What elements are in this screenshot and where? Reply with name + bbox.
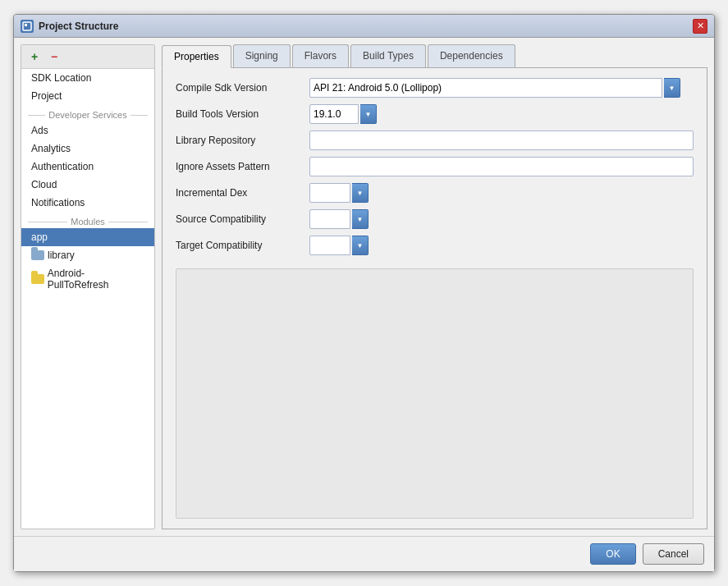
tab-dependencies[interactable]: Dependencies — [428, 44, 515, 67]
source-compat-control: ▼ — [309, 209, 369, 229]
ignore-assets-label: Ignore Assets Pattern — [176, 161, 303, 172]
build-tools-control: ▼ — [309, 104, 377, 124]
compile-sdk-control: ▼ — [309, 78, 680, 98]
ok-button[interactable]: OK — [590, 543, 635, 565]
sidebar-item-android-pull[interactable]: Android-PullToRefresh — [21, 264, 154, 294]
svg-rect-1 — [25, 24, 27, 26]
remove-module-button[interactable]: − — [46, 48, 62, 65]
title-bar: Project Structure ✕ — [14, 15, 714, 38]
compile-sdk-label: Compile Sdk Version — [176, 82, 303, 94]
tab-signing[interactable]: Signing — [233, 44, 291, 67]
ignore-assets-row: Ignore Assets Pattern — [176, 157, 694, 176]
ignore-assets-input[interactable] — [309, 157, 694, 176]
sidebar-item-library[interactable]: library — [21, 246, 154, 264]
window-icon — [21, 20, 34, 33]
window-footer: OK Cancel — [14, 536, 714, 571]
target-compat-label: Target Compatibility — [176, 240, 303, 251]
sidebar-item-authentication[interactable]: Authentication — [21, 158, 154, 176]
sidebar: + − SDK Location Project Developer Servi… — [21, 44, 155, 529]
android-pull-folder-icon — [31, 274, 44, 284]
tab-build-types[interactable]: Build Types — [350, 44, 426, 67]
library-repo-control — [309, 130, 694, 150]
incremental-dex-dropdown-btn[interactable]: ▼ — [352, 183, 369, 203]
tab-properties[interactable]: Properties — [162, 45, 231, 68]
sidebar-item-notifications[interactable]: Notifications — [21, 194, 154, 212]
library-repo-label: Library Repository — [176, 135, 303, 146]
source-compat-input[interactable] — [309, 209, 350, 229]
source-compat-row: Source Compatibility ▼ — [176, 209, 694, 229]
source-compat-dropdown-btn[interactable]: ▼ — [352, 209, 369, 229]
empty-content-area — [176, 268, 694, 519]
sidebar-list: SDK Location Project Developer Services … — [21, 69, 154, 529]
incremental-dex-label: Incremental Dex — [176, 187, 303, 199]
compile-sdk-input[interactable] — [309, 78, 662, 98]
incremental-dex-control: ▼ — [309, 183, 369, 203]
sidebar-header-modules: Modules — [21, 212, 154, 228]
sidebar-item-ads[interactable]: Ads — [21, 121, 154, 140]
source-compat-label: Source Compatibility — [176, 213, 303, 225]
tab-content-properties: Compile Sdk Version ▼ Build Tools Versio… — [162, 68, 707, 529]
ignore-assets-control — [309, 157, 694, 176]
target-compat-dropdown-btn[interactable]: ▼ — [352, 236, 369, 255]
target-compat-control: ▼ — [309, 236, 369, 255]
add-module-button[interactable]: + — [26, 48, 43, 65]
sidebar-item-analytics[interactable]: Analytics — [21, 140, 154, 158]
library-repo-row: Library Repository — [176, 130, 694, 150]
build-tools-row: Build Tools Version ▼ — [176, 104, 694, 124]
incremental-dex-input[interactable] — [309, 183, 350, 203]
tab-flavors[interactable]: Flavors — [292, 44, 349, 67]
target-compat-input[interactable] — [309, 236, 350, 255]
sidebar-item-project[interactable]: Project — [21, 87, 154, 105]
sidebar-item-sdk-location[interactable]: SDK Location — [21, 69, 154, 87]
tab-bar: Properties Signing Flavors Build Types D… — [162, 44, 707, 68]
build-tools-label: Build Tools Version — [176, 108, 303, 120]
window-title: Project Structure — [39, 21, 688, 32]
main-panel: Properties Signing Flavors Build Types D… — [162, 44, 707, 529]
library-repo-input[interactable] — [309, 130, 694, 150]
close-button[interactable]: ✕ — [693, 19, 707, 34]
incremental-dex-row: Incremental Dex ▼ — [176, 183, 694, 203]
sidebar-item-library-label: library — [48, 250, 75, 261]
build-tools-dropdown-btn[interactable]: ▼ — [360, 104, 377, 124]
library-folder-icon — [31, 250, 44, 260]
window-content: + − SDK Location Project Developer Servi… — [14, 38, 714, 536]
sidebar-toolbar: + − — [21, 45, 154, 69]
build-tools-input[interactable] — [309, 104, 359, 124]
sidebar-item-cloud[interactable]: Cloud — [21, 176, 154, 194]
project-structure-window: Project Structure ✕ + − SDK Location Pro… — [13, 14, 715, 572]
sidebar-item-android-pull-label: Android-PullToRefresh — [48, 268, 144, 291]
target-compat-row: Target Compatibility ▼ — [176, 236, 694, 255]
cancel-button[interactable]: Cancel — [643, 543, 704, 565]
sidebar-item-app[interactable]: app — [21, 228, 154, 246]
compile-sdk-dropdown-btn[interactable]: ▼ — [664, 78, 680, 98]
compile-sdk-row: Compile Sdk Version ▼ — [176, 78, 694, 98]
sidebar-header-developer-services: Developer Services — [21, 105, 154, 121]
